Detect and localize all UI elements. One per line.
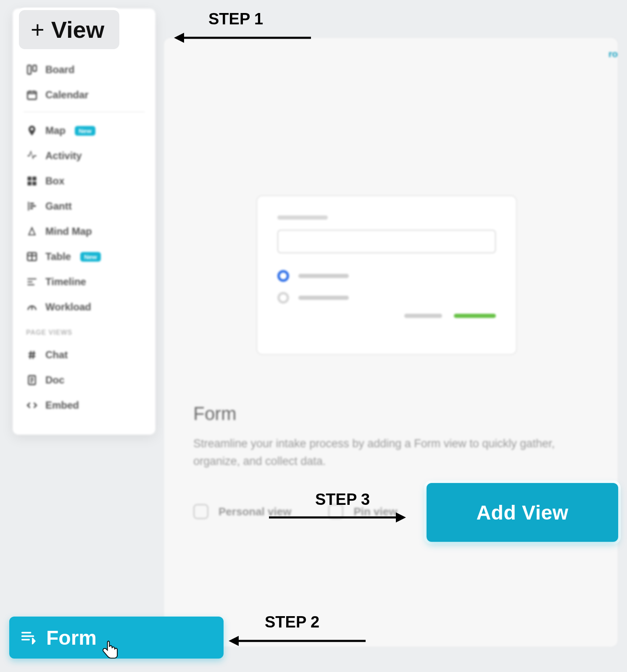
view-option-doc[interactable]: Doc <box>13 368 155 393</box>
radio-unselected-icon <box>277 292 289 304</box>
map-pin-icon <box>26 125 38 136</box>
view-option-box[interactable]: Box <box>13 168 155 194</box>
view-option-label: Gantt <box>45 200 72 212</box>
view-option-timeline[interactable]: Timeline <box>13 269 155 294</box>
divider <box>24 112 145 112</box>
view-option-label: Activity <box>45 150 82 162</box>
mock-submit-bar <box>454 314 496 318</box>
svg-rect-9 <box>28 177 32 181</box>
add-view-label: View <box>51 16 105 43</box>
form-view-option-button[interactable]: Form <box>9 617 224 659</box>
timeline-icon <box>26 276 38 288</box>
doc-icon <box>26 374 38 386</box>
view-option-calendar[interactable]: Calendar <box>13 82 155 108</box>
view-option-map[interactable]: Map New <box>13 118 155 143</box>
view-option-label: Doc <box>45 374 64 386</box>
view-picker-sidebar: TASK VIEWS List Board Calendar Map New A… <box>13 8 155 435</box>
view-option-table[interactable]: Table New <box>13 244 155 269</box>
view-option-mindmap[interactable]: Mind Map <box>13 219 155 244</box>
new-badge: New <box>75 126 95 136</box>
view-option-gantt[interactable]: Gantt <box>13 194 155 219</box>
pin-view-checkbox[interactable] <box>328 504 343 519</box>
view-option-label: Map <box>45 125 66 136</box>
svg-rect-8 <box>28 92 37 100</box>
hash-icon <box>26 349 38 361</box>
mock-label-bar <box>277 215 328 220</box>
svg-rect-7 <box>33 66 36 71</box>
plus-icon: + <box>31 23 45 37</box>
view-option-label: Embed <box>45 399 79 411</box>
view-option-activity[interactable]: Activity <box>13 143 155 168</box>
mindmap-icon <box>26 226 38 237</box>
view-option-label: Calendar <box>45 89 89 101</box>
box-icon <box>26 175 38 187</box>
view-option-label: Table <box>45 251 71 262</box>
view-option-label: Mind Map <box>45 226 92 237</box>
board-icon <box>26 64 38 76</box>
confirm-add-view-button[interactable]: Add View <box>427 483 618 542</box>
form-preview-mock <box>256 195 517 355</box>
view-preview-panel: ro Form Streamline your intake process b… <box>164 38 618 647</box>
section-header-page-views: PAGE VIEWS <box>13 320 155 342</box>
view-option-label: Workload <box>45 301 91 313</box>
preview-description: Streamline your intake process by adding… <box>193 435 563 470</box>
svg-rect-12 <box>32 181 36 185</box>
view-option-label: Chat <box>45 349 68 361</box>
calendar-icon <box>26 89 38 101</box>
view-option-label: Timeline <box>45 276 86 288</box>
confirm-add-view-label: Add View <box>476 501 568 524</box>
pin-view-label: Pin view <box>353 505 397 518</box>
activity-icon <box>26 150 38 162</box>
workload-icon <box>26 301 38 313</box>
mock-actions <box>277 314 496 318</box>
form-icon <box>19 629 36 646</box>
annotation-step-1: STEP 1 <box>208 10 263 28</box>
mock-radio-option-1 <box>277 270 496 282</box>
mock-input-field <box>277 230 496 253</box>
view-option-label: Board <box>45 64 74 76</box>
svg-rect-6 <box>28 66 31 74</box>
mock-line <box>298 296 349 300</box>
gantt-icon <box>26 200 38 212</box>
table-icon <box>26 251 38 262</box>
new-badge: New <box>80 252 101 262</box>
personal-view-label: Personal view <box>219 505 291 518</box>
svg-rect-11 <box>28 181 32 185</box>
add-view-button[interactable]: + View <box>19 10 119 49</box>
mock-radio-option-2 <box>277 292 496 304</box>
panel-top-right-link[interactable]: ro <box>609 49 618 60</box>
view-option-label: Box <box>45 175 64 187</box>
preview-title: Form <box>193 403 563 424</box>
view-option-chat[interactable]: Chat <box>13 342 155 368</box>
embed-icon <box>26 399 38 411</box>
view-option-board[interactable]: Board <box>13 57 155 82</box>
view-option-embed[interactable]: Embed <box>13 393 155 418</box>
mock-line <box>298 274 349 278</box>
view-option-workload[interactable]: Workload <box>13 294 155 320</box>
mock-cancel-bar <box>404 314 442 318</box>
radio-selected-icon <box>277 270 289 282</box>
personal-view-checkbox[interactable] <box>193 504 208 519</box>
form-view-label: Form <box>46 626 97 649</box>
svg-rect-10 <box>32 177 36 181</box>
